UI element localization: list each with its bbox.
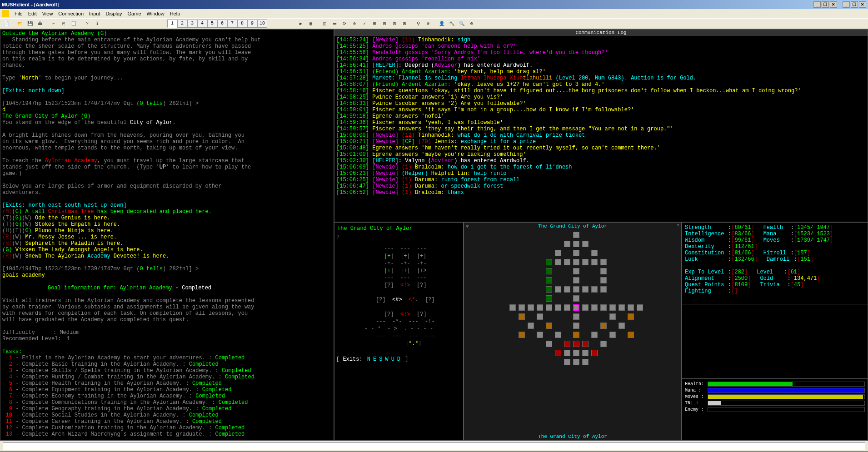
map-room (573, 350, 579, 356)
toolbar-save-icon[interactable]: 💾 (25, 19, 35, 28)
app-title: MUSHclient - [Aardwolf] (2, 2, 59, 7)
map-room (519, 313, 525, 320)
toolbar-print-icon[interactable]: 🖶 (35, 19, 45, 28)
world-tab-10[interactable]: 10 (257, 20, 267, 28)
toolbar-icon-e[interactable]: ✓ (360, 19, 369, 28)
command-input[interactable] (3, 442, 865, 450)
toolbar-icon-k[interactable]: ⊕ (424, 19, 433, 28)
map-room (537, 304, 543, 311)
map-room (555, 332, 561, 338)
toolbar-copy-icon[interactable]: ⎘ (59, 19, 68, 28)
world-tab-8[interactable]: 8 (237, 20, 247, 28)
toolbar-search-icon[interactable]: 🔍 (457, 19, 466, 28)
toolbar-icon-h[interactable]: ⊡ (390, 19, 399, 28)
toolbar-action1-icon[interactable]: ▶ (296, 19, 305, 28)
commlog-line: [14:58:33] Pwince Escobar answers '2) Ar… (336, 100, 866, 107)
world-tab-3[interactable]: 3 (187, 20, 197, 28)
menu-file[interactable]: File (12, 10, 25, 17)
stats-block: Strength: [ 80/61]Health: [ 1045/ 1947]I… (682, 223, 868, 304)
room-info-pane[interactable]: The Grand City of Aylor ? --- --- --- |+… (334, 222, 464, 441)
menu-display[interactable]: Display (103, 10, 125, 17)
menu-game[interactable]: Game (125, 10, 144, 17)
toolbar-paste-icon[interactable]: 📋 (69, 19, 78, 28)
toolbar-icon-i[interactable]: ⊠ (400, 19, 409, 28)
stats-pane: Strength: [ 80/61]Health: [ 1045/ 1947]I… (682, 222, 868, 441)
main-output[interactable]: Outside the Aylorian Academy (G) Standin… (0, 29, 334, 441)
menu-view[interactable]: View (40, 10, 56, 17)
menu-input[interactable]: Input (86, 10, 103, 17)
map-room (555, 350, 561, 356)
close-button[interactable]: ✕ (830, 1, 837, 8)
map-room (573, 332, 579, 338)
menu-help[interactable]: Help (167, 10, 183, 17)
toolbar-icon-j[interactable]: ⚲ (414, 19, 423, 28)
map-room (573, 241, 579, 247)
toolbar-cut-icon[interactable]: ✂ (49, 19, 58, 28)
commlog-line: [15:02:30] [HELPER]: Valynn (Advisor) ha… (336, 158, 866, 164)
world-tab-5[interactable]: 5 (207, 20, 217, 28)
mdi-restore-button[interactable]: ❐ (851, 1, 858, 8)
toolbar-hammer-icon[interactable]: 🔨 (447, 19, 456, 28)
toolbar-icon-c[interactable]: ⟳ (340, 19, 349, 28)
toolbar-new-icon[interactable]: 📄 (2, 19, 11, 28)
map-room (573, 323, 579, 329)
commlog-line: [14:57:28] Market: Flannel is selling It… (336, 75, 866, 81)
toolbar-open-icon[interactable]: 📂 (15, 19, 25, 28)
commlog-line: [14:58:16] Fischer questions 'okay, stil… (336, 88, 866, 94)
mdi-minimize-button[interactable]: _ (843, 1, 850, 8)
map-room (582, 241, 589, 247)
toolbar-info-icon[interactable]: ℹ (93, 19, 102, 28)
commlog-line: [14:58:25] Pwince Escobar answers '1) Ar… (336, 94, 866, 100)
commlog-line: [15:00:21] [Newbie] [CP] (70) Jennis: ex… (336, 139, 866, 145)
commlog-line: [15:06:47] [Newbie] (1) Daruma: or speed… (336, 183, 866, 189)
mdi-close-button[interactable]: ✕ (859, 1, 866, 8)
map-room (573, 304, 579, 311)
graphical-map[interactable]: ✻ ? The Grand City of Aylor The Grand Ci… (464, 222, 682, 441)
world-tab-2[interactable]: 2 (177, 20, 187, 28)
menu-window[interactable]: Window (144, 10, 167, 17)
commlog-line: [15:00:48] Egrene answers 'hm haven't re… (336, 145, 866, 151)
map-room (609, 332, 616, 338)
map-room (600, 304, 607, 311)
help-icon[interactable]: ? (336, 234, 461, 241)
restore-button[interactable]: ❐ (822, 1, 829, 8)
menu-connection[interactable]: Connection (55, 10, 86, 17)
world-tab-7[interactable]: 7 (227, 20, 237, 28)
map-room (546, 341, 552, 347)
toolbar-help-icon[interactable]: ? (83, 19, 92, 28)
bars-block: Health:Mana :Moves :TNL :Enemy : (682, 379, 868, 440)
map-room (637, 304, 643, 311)
map-room (564, 259, 570, 265)
world-tab-6[interactable]: 6 (217, 20, 227, 28)
toolbar-icon-d[interactable]: ⊙ (350, 19, 359, 28)
toolbar-gear-icon[interactable]: ⚙ (467, 19, 476, 28)
map-room (573, 286, 579, 293)
map-room (537, 332, 543, 338)
toolbar-icon-a[interactable]: ◫ (320, 19, 329, 28)
communication-log[interactable]: Communication Log [14:53:24] [Newbie] (1… (334, 29, 868, 222)
map-room (619, 304, 625, 311)
toolbar-icon-b[interactable]: ☰ (330, 19, 339, 28)
stat-bar-mana  : Mana : (685, 388, 865, 393)
map-room (609, 304, 616, 311)
map-room (537, 313, 543, 320)
map-room (591, 304, 598, 311)
map-title: The Grand City of Aylor (464, 224, 681, 229)
map-room (546, 259, 552, 265)
world-tab-4[interactable]: 4 (197, 20, 207, 28)
toolbar-action2-icon[interactable]: ▦ (306, 19, 315, 28)
menu-edit[interactable]: Edit (25, 10, 40, 17)
map-room (600, 286, 607, 293)
map-room (573, 268, 579, 274)
map-room (573, 250, 579, 256)
map-room (600, 323, 607, 329)
world-tab-1[interactable]: 1 (167, 20, 177, 28)
map-room (509, 304, 516, 311)
toolbar-icon-g[interactable]: ⊟ (380, 19, 389, 28)
toolbar-person-icon[interactable]: 👤 (437, 19, 446, 28)
toolbar-icon-f[interactable]: ⊞ (370, 19, 379, 28)
map-room (546, 304, 552, 311)
minimize-button[interactable]: _ (813, 1, 821, 8)
commlog-line: [15:06:09] [Newbie] (1) Bralcolm: how do… (336, 164, 866, 170)
world-tab-9[interactable]: 9 (247, 20, 257, 28)
